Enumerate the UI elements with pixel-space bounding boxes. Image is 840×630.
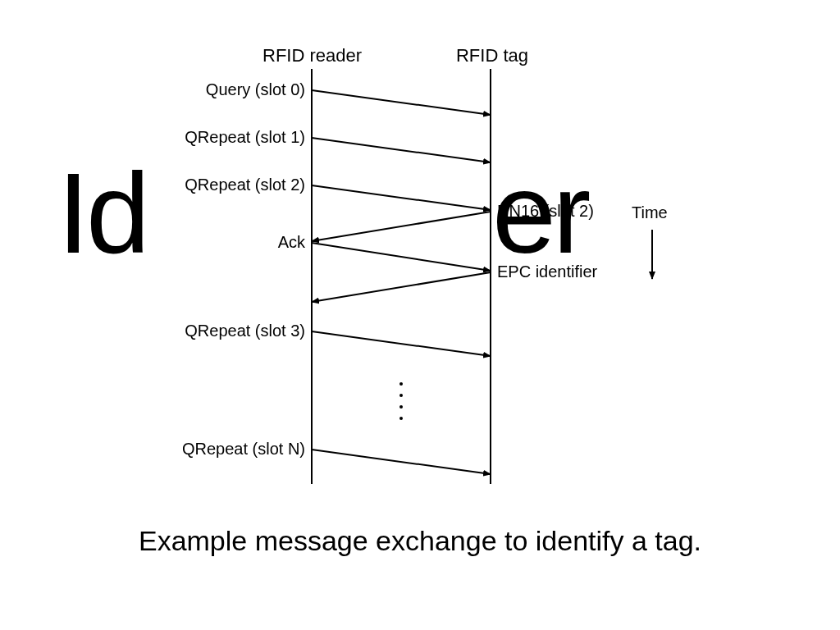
msg-qrepeat-slot2: QRepeat (slot 2) bbox=[164, 176, 305, 194]
svg-line-8 bbox=[312, 331, 491, 356]
msg-qrepeat-slot3: QRepeat (slot 3) bbox=[164, 322, 305, 340]
msg-ack: Ack bbox=[164, 233, 305, 252]
msg-qrepeat-slotN: QRepeat (slot N) bbox=[164, 440, 305, 459]
msg-query-slot0: Query (slot 0) bbox=[164, 80, 305, 99]
svg-line-4 bbox=[312, 185, 491, 210]
diagram-stage: Id er RFID read bbox=[0, 0, 840, 630]
svg-point-11 bbox=[399, 394, 403, 397]
background-title-left: Id bbox=[57, 156, 147, 271]
svg-point-13 bbox=[399, 417, 403, 420]
figure-caption: Example message exchange to identify a t… bbox=[0, 525, 840, 557]
svg-line-6 bbox=[312, 243, 491, 271]
svg-line-2 bbox=[312, 90, 491, 115]
svg-point-10 bbox=[399, 382, 403, 386]
time-label: Time bbox=[632, 203, 681, 222]
svg-line-7 bbox=[312, 272, 491, 302]
participant-reader-label: RFID reader bbox=[262, 45, 361, 66]
svg-line-5 bbox=[312, 212, 491, 241]
msg-qrepeat-slot1: QRepeat (slot 1) bbox=[164, 128, 305, 147]
svg-line-3 bbox=[312, 138, 491, 162]
svg-line-9 bbox=[312, 450, 491, 474]
msg-epc-identifier: EPC identifier bbox=[497, 262, 661, 281]
participant-tag-label: RFID tag bbox=[455, 45, 529, 66]
svg-point-12 bbox=[399, 405, 403, 409]
